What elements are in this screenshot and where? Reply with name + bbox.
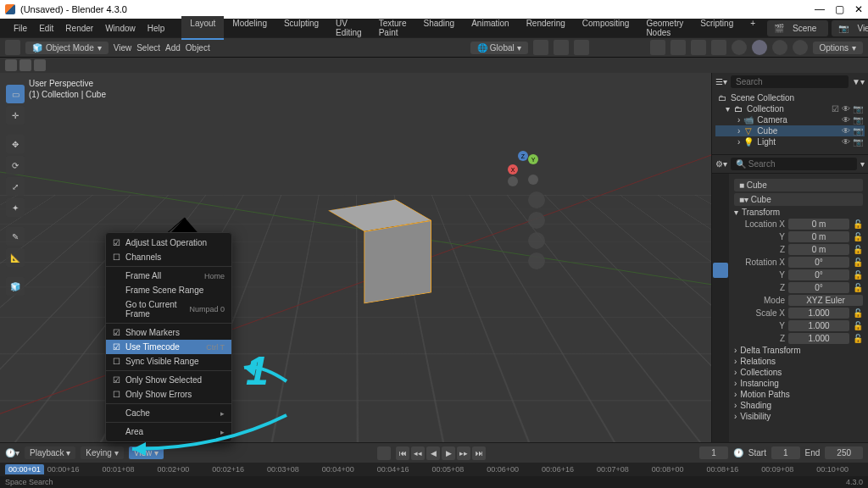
menu-item-area[interactable]: Area▸ <box>106 424 231 439</box>
current-frame-field[interactable]: 1 <box>699 446 728 459</box>
tool-measure[interactable]: 📐 <box>6 248 25 267</box>
tab-rendering[interactable]: Rendering <box>518 16 574 40</box>
ptab-physics-icon[interactable] <box>713 313 728 329</box>
options-dropdown[interactable]: Options ▾ <box>813 42 863 54</box>
tab-modeling[interactable]: Modeling <box>224 16 275 40</box>
menu-edit[interactable]: Edit <box>34 22 58 35</box>
ptab-modifiers-icon[interactable] <box>713 280 728 295</box>
vp-menu-view[interactable]: View <box>114 43 132 53</box>
lock-icon[interactable]: 🔓 <box>853 245 863 254</box>
cube-row[interactable]: ›▽Cube👁 📷 <box>715 125 865 136</box>
props-options-icon[interactable]: ▾ <box>860 159 865 169</box>
gizmo-icon[interactable] <box>670 40 686 55</box>
vp-menu-select[interactable]: Select <box>136 43 160 53</box>
ptab-constraints-icon[interactable] <box>713 330 728 346</box>
outliner-type-icon[interactable]: ☰▾ <box>715 77 727 86</box>
tab-texture-paint[interactable]: Texture Paint <box>370 16 415 40</box>
menu-item-channels[interactable]: ☐Channels <box>106 250 231 264</box>
menu-item-show-markers[interactable]: ☑Show Markers <box>106 325 231 340</box>
transform-section-header[interactable]: ▾ Transform <box>734 208 863 217</box>
proportional-edit-icon[interactable] <box>574 40 589 55</box>
mode-selector[interactable]: 🧊 Object Mode ▾ <box>25 42 108 54</box>
menu-item-only-show-selected[interactable]: ☑Only Show Selected <box>106 373 231 387</box>
tab-add[interactable]: + <box>742 16 764 40</box>
rotation-mode-field[interactable]: XYZ Euler <box>788 295 863 306</box>
tab-scripting[interactable]: Scripting <box>692 16 742 40</box>
keyframe-next-icon[interactable]: ▸▸ <box>457 446 470 460</box>
tool-cursor[interactable]: ✛ <box>6 106 25 125</box>
menu-render[interactable]: Render <box>60 22 98 35</box>
lock-icon[interactable]: 🔓 <box>853 283 863 292</box>
preview-range-icon[interactable]: 🕐 <box>733 448 743 458</box>
scene-selector[interactable]: 🎬 Scene <box>767 20 828 36</box>
visibility-icon[interactable] <box>650 40 665 55</box>
pivot-icon[interactable] <box>533 40 548 55</box>
minimize-button[interactable]: — <box>815 3 825 15</box>
ptab-render-icon[interactable] <box>713 178 728 193</box>
scene-collection-row[interactable]: 🗀Scene Collection <box>715 92 865 103</box>
location-z-field[interactable]: 0 m <box>788 244 849 255</box>
shading-rendered-icon[interactable] <box>793 40 808 55</box>
autokey-icon[interactable] <box>377 446 391 460</box>
lock-icon[interactable]: 🔓 <box>853 321 863 330</box>
scale-x-field[interactable]: 1.000 <box>788 308 849 319</box>
xray-icon[interactable] <box>711 40 726 55</box>
shading-wireframe-icon[interactable] <box>732 40 747 55</box>
tab-animation[interactable]: Animation <box>463 16 517 40</box>
props-search-input[interactable] <box>731 158 857 170</box>
close-button[interactable]: ✕ <box>854 3 863 15</box>
tool-annotate[interactable]: ✎ <box>6 227 25 246</box>
end-frame-field[interactable]: 250 <box>825 446 863 459</box>
select-extend-icon[interactable] <box>34 59 46 71</box>
section-shading[interactable]: › Shading <box>734 401 863 410</box>
ptab-object-icon[interactable] <box>713 263 728 278</box>
ptab-output-icon[interactable] <box>713 195 728 210</box>
view-menu[interactable]: View ▾ <box>129 446 164 459</box>
timeline-type-icon[interactable]: 🕐▾ <box>5 448 19 458</box>
ptab-world-icon[interactable] <box>713 246 728 261</box>
viewlayer-selector[interactable]: 📷 ViewLayer <box>832 20 868 36</box>
tool-select-box[interactable]: ▭ <box>6 85 25 103</box>
orientation-selector[interactable]: 🌐 Global ▾ <box>470 42 527 54</box>
overlay-icon[interactable] <box>691 40 706 55</box>
cube-object[interactable] <box>346 209 413 293</box>
section-instancing[interactable]: › Instancing <box>734 379 863 388</box>
section-motion-paths[interactable]: › Motion Paths <box>734 390 863 399</box>
lock-icon[interactable]: 🔓 <box>853 334 863 343</box>
object-name-field[interactable]: ■ Cube <box>734 179 863 191</box>
tab-layout[interactable]: Layout <box>181 16 224 40</box>
collection-row[interactable]: ▾🗀Collection☑ 👁 📷 <box>715 103 865 114</box>
menu-item-frame-all[interactable]: Frame AllHome <box>106 269 231 283</box>
play-icon[interactable]: ▶ <box>442 446 455 460</box>
tab-uv-editing[interactable]: UV Editing <box>327 16 370 40</box>
rotation-z-field[interactable]: 0° <box>788 282 849 293</box>
menu-window[interactable]: Window <box>100 22 141 35</box>
playback-menu[interactable]: Playback ▾ <box>25 446 75 459</box>
playhead[interactable]: 00:00+01 <box>5 464 44 474</box>
jump-start-icon[interactable]: ⏮ <box>396 446 409 460</box>
menu-file[interactable]: File <box>8 22 32 35</box>
data-name-field[interactable]: ■▾ Cube <box>734 193 863 206</box>
jump-end-icon[interactable]: ⏭ <box>472 446 486 460</box>
outliner-search-input[interactable] <box>731 75 849 88</box>
play-reverse-icon[interactable]: ◀ <box>426 446 440 460</box>
menu-item-go-to-current-frame[interactable]: Go to Current FrameNumpad 0 <box>106 297 231 321</box>
scale-y-field[interactable]: 1.000 <box>788 320 849 331</box>
vp-menu-add[interactable]: Add <box>165 43 181 53</box>
section-visibility[interactable]: › Visibility <box>734 412 863 421</box>
timeline-ruler[interactable]: 00:00+01 00:00+1600:01+0800:02+0000:02+1… <box>0 463 868 476</box>
pan-icon[interactable] <box>528 212 545 229</box>
ptab-material-icon[interactable] <box>713 364 728 380</box>
tab-geometry-nodes[interactable]: Geometry Nodes <box>637 16 692 40</box>
menu-item-only-show-errors[interactable]: ☐Only Show Errors <box>106 387 231 402</box>
menu-help[interactable]: Help <box>142 22 170 35</box>
shading-solid-icon[interactable] <box>752 40 767 55</box>
tool-transform[interactable]: ✦ <box>6 198 25 217</box>
tab-shading[interactable]: Shading <box>415 16 463 40</box>
camera-row[interactable]: ›📹Camera👁 📷 <box>715 114 865 125</box>
lock-icon[interactable]: 🔓 <box>853 270 863 280</box>
lock-icon[interactable]: 🔓 <box>853 219 863 229</box>
section-collections[interactable]: › Collections <box>734 368 863 377</box>
ptab-data-icon[interactable] <box>713 347 728 363</box>
ptab-particles-icon[interactable] <box>713 297 728 312</box>
